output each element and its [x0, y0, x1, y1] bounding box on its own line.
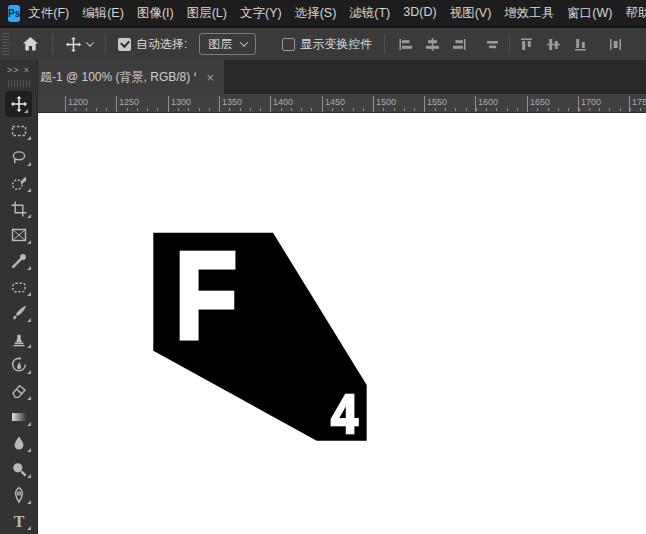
document-tab-title: 题-1 @ 100% (背景, RGB/8) * — [40, 69, 196, 86]
tool-clone-stamp[interactable] — [3, 326, 35, 352]
menu-edit[interactable]: 编辑(E) — [82, 5, 124, 22]
dodge-icon — [10, 460, 28, 478]
photoshop-window: Ps 文件(F) 编辑(E) 图像(I) 图层(L) 文字(Y) 选择(S) 滤… — [0, 0, 646, 534]
menu-layer[interactable]: 图层(L) — [187, 5, 227, 22]
canvas-artwork: F 4 — [38, 113, 646, 534]
show-transform-control[interactable]: 显示变换控件 — [278, 36, 376, 53]
eraser-icon — [10, 382, 28, 400]
workspace: >> × — [0, 60, 646, 534]
tab-close-icon[interactable]: × — [206, 70, 214, 85]
tool-object-selection[interactable] — [3, 170, 35, 196]
tool-pen[interactable] — [3, 482, 35, 508]
lasso-icon — [10, 148, 28, 166]
menu-image[interactable]: 图像(I) — [137, 5, 174, 22]
tool-move[interactable] — [5, 91, 32, 117]
crop-icon — [10, 200, 28, 218]
align-right-edges-icon[interactable] — [451, 36, 468, 53]
tool-brush[interactable] — [3, 300, 35, 326]
move-icon — [10, 95, 28, 113]
tool-eyedropper[interactable] — [3, 248, 35, 274]
frame-icon — [10, 226, 28, 244]
panel-grip[interactable] — [8, 80, 30, 87]
align-group-vertical — [518, 36, 624, 53]
options-grip — [2, 33, 9, 55]
horizontal-ruler[interactable]: 1150 1200 1250 1300 1350 1400 1450 1500 … — [38, 94, 646, 113]
pen-icon — [10, 486, 28, 504]
align-bottom-edges-icon[interactable] — [572, 36, 589, 53]
distribute-horizontal-centers-icon[interactable] — [484, 36, 501, 53]
menu-window[interactable]: 窗口(W) — [567, 5, 612, 22]
menu-type[interactable]: 文字(Y) — [240, 5, 282, 22]
show-transform-checkbox[interactable] — [282, 38, 295, 51]
align-left-edges-icon[interactable] — [397, 36, 414, 53]
move-tool-preset[interactable] — [61, 36, 97, 53]
tool-frame[interactable] — [3, 222, 35, 248]
distribute-vertically-icon[interactable] — [607, 36, 624, 53]
align-horizontal-centers-icon[interactable] — [424, 36, 441, 53]
document-tab[interactable]: 题-1 @ 100% (背景, RGB/8) * × — [38, 60, 224, 94]
type-tool-icon: T — [10, 512, 28, 530]
tools-panel: >> × — [0, 60, 38, 534]
rectangular-marquee-icon — [10, 122, 28, 140]
tool-type[interactable]: T — [3, 508, 35, 534]
document-tab-bar: 题-1 @ 100% (背景, RGB/8) * × — [38, 60, 646, 94]
show-transform-label: 显示变换控件 — [300, 36, 372, 53]
separator — [105, 33, 106, 55]
auto-select-target-value: 图层 — [208, 36, 232, 53]
options-bar: 自动选择: 图层 显示变换控件 — [0, 28, 646, 60]
panel-close-icon[interactable]: × — [24, 65, 30, 75]
auto-select-target-dropdown[interactable]: 图层 — [199, 33, 256, 55]
menu-file[interactable]: 文件(F) — [28, 5, 69, 22]
menu-help[interactable]: 帮助(H) — [625, 5, 646, 22]
brush-icon — [10, 304, 28, 322]
tool-lasso[interactable] — [3, 144, 35, 170]
history-brush-icon — [10, 356, 28, 374]
separator — [52, 33, 53, 55]
chevron-down-icon — [240, 38, 248, 46]
align-top-edges-icon[interactable] — [518, 36, 535, 53]
tool-gradient[interactable] — [3, 404, 35, 430]
shape-letter-f: F — [175, 228, 237, 364]
menu-filter[interactable]: 滤镜(T) — [349, 5, 390, 22]
menu-items: 文件(F) 编辑(E) 图像(I) 图层(L) 文字(Y) 选择(S) 滤镜(T… — [28, 5, 646, 22]
tool-dodge[interactable] — [3, 456, 35, 482]
auto-select-control[interactable]: 自动选择: — [114, 36, 191, 53]
chevron-down-icon — [86, 38, 94, 46]
tool-blur[interactable] — [3, 430, 35, 456]
photoshop-logo-icon: Ps — [8, 5, 20, 22]
tool-eraser[interactable] — [3, 378, 35, 404]
gradient-icon — [10, 408, 28, 426]
document-canvas[interactable]: F 4 — [38, 113, 646, 534]
separator — [384, 33, 385, 55]
eyedropper-icon — [10, 252, 28, 270]
tool-crop[interactable] — [3, 196, 35, 222]
tool-healing-patch[interactable] — [3, 274, 35, 300]
auto-select-label: 自动选择: — [136, 36, 187, 53]
expand-panel-icon[interactable]: >> — [7, 65, 20, 75]
menu-3d[interactable]: 3D(D) — [403, 5, 436, 22]
align-group-horizontal — [397, 36, 501, 53]
tool-history-brush[interactable] — [3, 352, 35, 378]
menu-view[interactable]: 视图(V) — [450, 5, 492, 22]
home-icon — [21, 35, 40, 53]
object-selection-icon — [10, 174, 28, 192]
menu-select[interactable]: 选择(S) — [295, 5, 337, 22]
separator — [509, 33, 510, 55]
move-icon — [65, 36, 82, 53]
menu-bar: Ps 文件(F) 编辑(E) 图像(I) 图层(L) 文字(Y) 选择(S) 滤… — [0, 0, 646, 26]
align-vertical-centers-icon[interactable] — [545, 36, 562, 53]
healing-patch-icon — [10, 278, 28, 296]
menu-plugins[interactable]: 增效工具 — [504, 5, 554, 22]
auto-select-checkbox[interactable] — [118, 38, 131, 51]
blur-drop-icon — [10, 434, 28, 452]
clone-stamp-icon — [10, 330, 28, 348]
type-tool-glyph: T — [13, 513, 24, 530]
tool-rectangular-marquee[interactable] — [3, 118, 35, 144]
home-button[interactable] — [17, 35, 44, 53]
shape-number-4: 4 — [331, 382, 358, 445]
